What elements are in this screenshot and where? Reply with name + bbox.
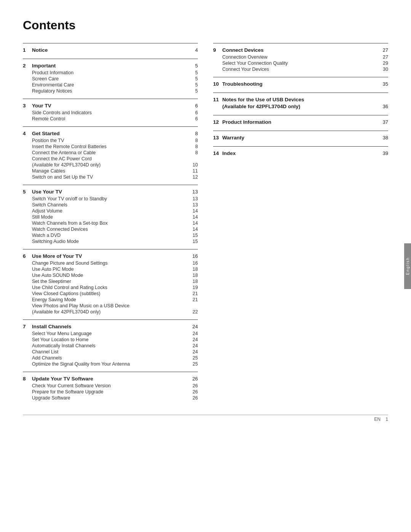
toc-section: 7Install Channels24Select Your Menu Lang… (23, 320, 198, 372)
subitem-title: Side Controls and Indicators (32, 110, 190, 115)
subitem-page: 30 (381, 67, 388, 72)
toc-subitem: Insert the Remote Control Batteries8 (23, 144, 198, 150)
subitem-title: Switch Channels (32, 202, 190, 208)
toc-subitem: Add Channels25 (23, 355, 198, 361)
subitem-title: Product Information (32, 70, 190, 75)
section-title: Get Started (32, 131, 60, 136)
subitem-title: Environmental Care (32, 82, 190, 88)
subitem-page: 8 (190, 144, 198, 149)
toc-subitem: Switching Audio Mode15 (23, 238, 198, 244)
toc-subitem: Switch on and Set Up the TV12 (23, 174, 198, 180)
subitem-title: Position the TV (32, 138, 190, 143)
subitem-title: Adjust Volume (32, 208, 190, 214)
subitem-title: Connect the Antenna or Cable (32, 150, 190, 155)
toc-section: 1Notice4 (23, 43, 198, 59)
subitem-title: Channel List (32, 349, 190, 355)
toc-subitem: Watch a DVD15 (23, 232, 198, 238)
toc-section: 12Product Information37 (213, 115, 388, 131)
subitem-page: 24 (190, 343, 198, 348)
subitem-page: 18 (190, 273, 198, 278)
section-title: Use More of Your TV (32, 253, 82, 259)
toc-subitem: Regulatory Notices5 (23, 88, 198, 94)
toc-subitem: View Photos and Play Music on a USB Devi… (23, 303, 198, 309)
toc-section: 11Notes for the Use of USB Devices(Avail… (213, 93, 388, 115)
subitem-title: (Available for 42PFL3704D only) (32, 162, 190, 168)
subitem-title: Energy Saving Mode (32, 297, 190, 302)
section-number: 3 (23, 103, 29, 109)
subitem-page: 24 (190, 337, 198, 342)
page-title: Contents (23, 18, 388, 32)
subitem-title: Switch Your TV on/off or to Standby (32, 196, 190, 201)
toc-section: 13Warranty38 (213, 131, 388, 146)
section-title: Important (32, 63, 56, 69)
section-subtitle2: (Available for 42PFL3704D only) (222, 104, 300, 109)
toc-section-header: 12Product Information37 (213, 119, 388, 125)
toc-subitem: Upgrade Software26 (23, 395, 198, 401)
toc-section-header: 5Use Your TV13 (23, 189, 198, 195)
toc-subitem: Set the Sleeptimer18 (23, 278, 198, 284)
toc-subitem: View Closed Captions (subtitles)21 (23, 291, 198, 297)
toc-subitem: Use Auto PIC Mode18 (23, 266, 198, 272)
toc-subitem: Energy Saving Mode21 (23, 297, 198, 303)
subitem-page: 5 (190, 76, 198, 81)
subitem-page: 15 (190, 239, 198, 244)
section-number: 9 (213, 47, 219, 53)
section-page: 27 (383, 47, 388, 53)
subitem-title: Change Picture and Sound Settings (32, 260, 190, 266)
subitem-title: Use Auto PIC Mode (32, 267, 190, 272)
toc-subitem: Automatically Install Channels24 (23, 343, 198, 349)
section-page2: 36 (383, 104, 388, 109)
toc-subitem: Connection Overview27 (213, 54, 388, 60)
toc-subitem: (Available for 42PFL3704D only)10 (23, 162, 198, 168)
toc-section: 8Update Your TV Software26Check Your Cur… (23, 372, 198, 406)
subitem-page (190, 156, 198, 161)
language-tab: English (404, 243, 411, 289)
toc-section: 14Index39 (213, 146, 388, 162)
section-number: 14 (213, 150, 219, 156)
section-number: 5 (23, 189, 29, 195)
section-page: 6 (195, 103, 198, 109)
toc-subitem: Select Your Connection Quality29 (213, 60, 388, 66)
subitem-title: Watch Channels from a Set-top Box (32, 220, 190, 226)
toc-subitem: Switch Channels13 (23, 202, 198, 208)
section-page: 37 (383, 119, 388, 125)
toc-section-header: 9Connect Devices27 (213, 47, 388, 53)
section-page: 24 (193, 324, 198, 329)
toc-subitem: Adjust Volume14 (23, 208, 198, 214)
section-title: Notes for the Use of USB Devices (222, 97, 304, 102)
toc-subitem: Use Auto SOUND Mode18 (23, 272, 198, 278)
section-page: 5 (195, 63, 198, 69)
section-title: Use Your TV (32, 189, 62, 195)
subitem-title: (Available for 42PFL3704D only) (32, 309, 190, 315)
toc-section-header: 14Index39 (213, 150, 388, 156)
toc-section-header: 13Warranty38 (213, 135, 388, 141)
section-page: 13 (193, 189, 198, 195)
subitem-title: Switch on and Set Up the TV (32, 174, 190, 180)
subitem-page: 27 (381, 54, 388, 60)
subitem-page: 14 (190, 214, 198, 220)
subitem-page (190, 303, 198, 308)
section-title: Troubleshooting (222, 81, 263, 87)
section-title: Connect Devices (222, 47, 264, 53)
subitem-title: Optimize the Signal Quality from Your An… (32, 361, 190, 367)
toc-subitem: Set Your Location to Home24 (23, 337, 198, 343)
subitem-page: 24 (190, 349, 198, 355)
section-page: 4 (195, 47, 198, 53)
section-page: 39 (383, 150, 388, 156)
subitem-page: 6 (190, 110, 198, 115)
section-number: 13 (213, 135, 219, 141)
subitem-page: 14 (190, 208, 198, 214)
subitem-page: 11 (190, 168, 198, 174)
toc-section-header: 1Notice4 (23, 47, 198, 53)
subitem-title: Manage Cables (32, 168, 190, 174)
subitem-page: 26 (190, 383, 198, 388)
section-title: Update Your TV Software (32, 376, 93, 382)
toc-subitem: Screen Care5 (23, 76, 198, 82)
section-number: 4 (23, 131, 29, 136)
section-title: Warranty (222, 135, 244, 141)
toc-subitem: (Available for 42PFL3704D only)22 (23, 309, 198, 315)
subitem-page: 24 (190, 331, 198, 336)
subitem-title: View Photos and Play Music on a USB Devi… (32, 303, 190, 308)
subitem-title: Watch Connected Devices (32, 227, 190, 232)
section-title: Install Channels (32, 324, 72, 329)
